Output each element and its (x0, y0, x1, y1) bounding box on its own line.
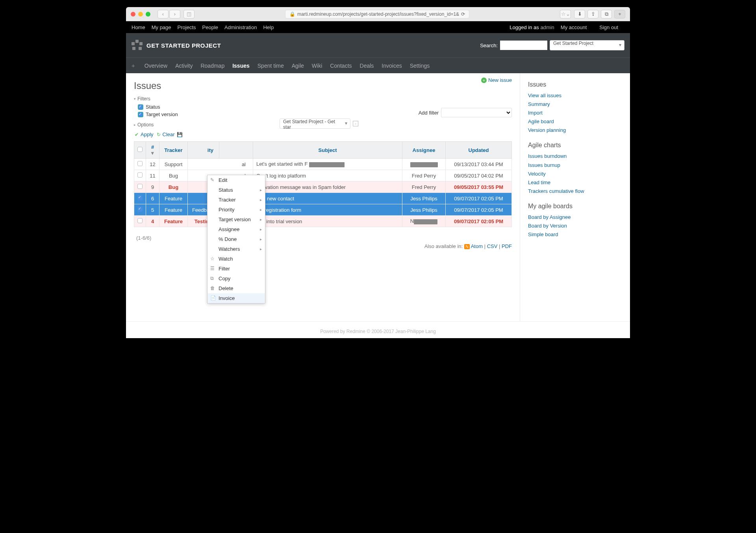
nav-projects[interactable]: Projects (178, 24, 196, 30)
minimize-window-icon[interactable] (138, 12, 143, 17)
filter-status-checkbox[interactable] (138, 104, 143, 110)
search-input[interactable] (500, 41, 547, 50)
tab-agile[interactable]: Agile (292, 63, 304, 69)
close-window-icon[interactable] (131, 12, 135, 17)
zoom-window-icon[interactable] (146, 12, 150, 17)
table-row[interactable]: 4 Feature Testing Immediate Log into tri… (134, 216, 512, 227)
sidebar-issues-link-3[interactable]: Agile board (528, 118, 554, 124)
ctx-copy[interactable]: ⧉Copy (208, 274, 265, 283)
sidebar-boards-link-0[interactable]: Board by Assignee (528, 214, 571, 220)
sidebar-issues-link-2[interactable]: Import (528, 110, 543, 116)
sidebar-charts-link-2[interactable]: Velocity (528, 171, 546, 177)
sidebar-charts-link-3[interactable]: Lead time (528, 180, 550, 185)
ctx-watchers[interactable]: Watchers (208, 244, 265, 254)
ctx-priority[interactable]: Priority (208, 205, 265, 215)
plus-circle-icon: + (481, 78, 487, 83)
nav-account[interactable]: My account (561, 24, 587, 30)
ctx-delete[interactable]: 🗑Delete (208, 283, 265, 293)
tab-roadmap[interactable]: Roadmap (200, 63, 224, 69)
ctx-watch[interactable]: ☆Watch (208, 254, 265, 264)
table-row[interactable]: 9 Bug n Activation message was in Spam f… (134, 181, 512, 193)
col-assignee[interactable]: Assignee (402, 142, 446, 159)
col-tracker[interactable]: Tracker (159, 142, 188, 159)
row-checkbox[interactable] (137, 184, 143, 189)
sidebar-issues-link-1[interactable]: Summary (528, 101, 550, 107)
row-checkbox[interactable] (137, 218, 143, 223)
col-priority[interactable] (219, 142, 253, 159)
logo-icon (132, 40, 143, 51)
tab-settings[interactable]: Settings (410, 63, 430, 69)
forward-button[interactable]: › (169, 10, 180, 19)
share-icon[interactable]: ⇪ (587, 10, 598, 19)
back-button[interactable]: ‹ (158, 10, 169, 19)
ctx-target[interactable]: Target version (208, 215, 265, 224)
ctx-invoice[interactable]: 📄Invoice (208, 293, 265, 303)
sidebar-boards-link-1[interactable]: Board by Version (528, 223, 567, 229)
reload-icon[interactable]: ⟳ (461, 11, 465, 17)
tabs-icon[interactable]: ⧉ (601, 10, 612, 19)
col-id[interactable]: # ▾ (146, 142, 159, 159)
downloads-icon[interactable]: ⬇ (574, 10, 585, 19)
table-row[interactable]: 6 Feature al Add new contact Jess Philip… (134, 193, 512, 204)
col-checkbox[interactable] (134, 142, 146, 159)
sidebar-boards-link-2[interactable]: Simple board (528, 231, 558, 237)
row-checkbox[interactable] (137, 207, 143, 212)
row-checkbox[interactable] (137, 195, 143, 200)
sidebar-toggle-icon[interactable]: ◫ (183, 10, 195, 19)
save-link[interactable]: 💾 (177, 132, 183, 137)
add-icon[interactable]: + (132, 62, 135, 69)
sidebar-issues-link-0[interactable]: View all issues (528, 93, 561, 98)
nav-help[interactable]: Help (263, 24, 274, 30)
ctx-tracker[interactable]: Tracker (208, 195, 265, 205)
col-subject[interactable]: Subject (253, 142, 402, 159)
ctx-done[interactable]: % Done (208, 234, 265, 244)
col-updated[interactable]: Updated (446, 142, 512, 159)
issues-table: # ▾ Tracker ity Subject Assignee Updated… (134, 141, 512, 227)
tab-activity[interactable]: Activity (175, 63, 193, 69)
row-checkbox[interactable] (137, 172, 143, 178)
export-csv[interactable]: CSV (487, 243, 498, 249)
project-selector[interactable]: Get Started Project (550, 40, 624, 50)
row-checkbox[interactable] (137, 161, 143, 166)
tab-deals[interactable]: Deals (360, 63, 374, 69)
address-bar[interactable]: 🔒 marti.redmineup.com/projects/get-start… (285, 10, 469, 19)
nav-admin[interactable]: Administration (224, 24, 257, 30)
tab-overview[interactable]: Overview (145, 63, 167, 69)
version-filter-remove-icon[interactable]: ▫ (353, 121, 358, 126)
invoice-icon: 📄 (210, 295, 216, 301)
add-filter-select[interactable] (441, 108, 512, 117)
filters-toggle[interactable]: Filters (134, 96, 512, 102)
sidebar-charts-link-1[interactable]: Issues burnup (528, 162, 560, 168)
table-row[interactable]: 12 Support al Let's get started with F 0… (134, 159, 512, 170)
list-icon: ☰ (210, 266, 216, 271)
nav-signout[interactable]: Sign out (599, 24, 618, 30)
tab-spent[interactable]: Spent time (258, 63, 284, 69)
sidebar-charts-link-4[interactable]: Trackers cumulative flow (528, 188, 584, 194)
new-tab-icon[interactable]: + (614, 10, 625, 19)
ctx-edit[interactable]: ✎Edit (208, 175, 265, 185)
col-status-partial[interactable]: ity (188, 142, 219, 159)
tab-wiki[interactable]: Wiki (312, 63, 322, 69)
export-pdf[interactable]: PDF (502, 243, 512, 249)
table-row[interactable]: 5 Feature Feedback Normal Fill registrat… (134, 204, 512, 216)
clear-link[interactable]: ↻Clear (156, 131, 175, 137)
apply-link[interactable]: ✔Apply (134, 131, 154, 137)
reader-button[interactable]: ☆⌄ (560, 10, 571, 19)
nav-people[interactable]: People (202, 24, 218, 30)
table-row[interactable]: 11 Bug al Can't log into platform Fred P… (134, 170, 512, 181)
tab-issues[interactable]: Issues (232, 63, 250, 69)
nav-mypage[interactable]: My page (152, 24, 171, 30)
filter-target-checkbox[interactable] (138, 112, 143, 117)
sidebar-charts-link-0[interactable]: Issues burndown (528, 153, 567, 159)
version-filter-select[interactable]: Get Started Project - Get star (280, 118, 350, 129)
url-text: marti.redmineup.com/projects/get-started… (297, 11, 459, 17)
ctx-filter[interactable]: ☰Filter (208, 264, 265, 274)
new-issue-link[interactable]: + New issue (481, 77, 512, 83)
ctx-assignee[interactable]: Assignee (208, 224, 265, 234)
sidebar-issues-link-4[interactable]: Version planning (528, 127, 566, 133)
nav-home[interactable]: Home (132, 24, 145, 30)
tab-invoices[interactable]: Invoices (382, 63, 402, 69)
ctx-status[interactable]: Status (208, 185, 265, 195)
tab-contacts[interactable]: Contacts (330, 63, 352, 69)
export-atom[interactable]: Atom (471, 243, 483, 249)
